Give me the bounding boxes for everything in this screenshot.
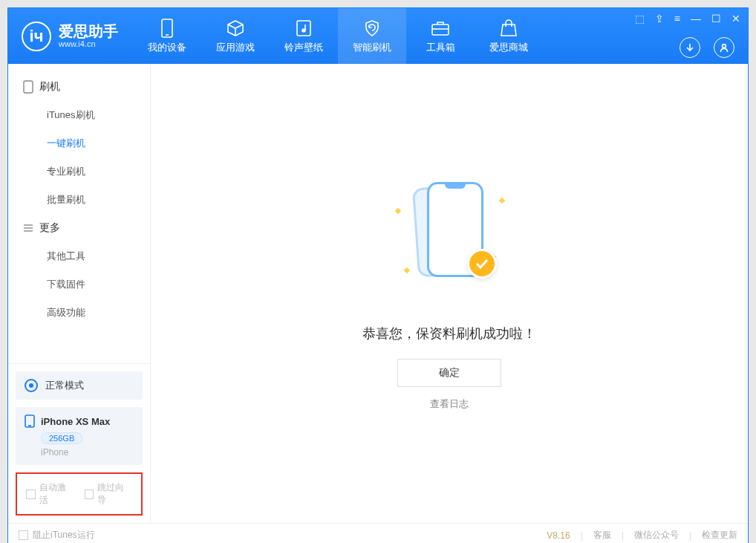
download-button[interactable] — [680, 37, 700, 58]
mode-indicator-icon — [25, 379, 38, 392]
sidebar-item-advanced[interactable]: 高级功能 — [8, 299, 150, 327]
device-tile[interactable]: iPhone XS Max 256GB iPhone — [16, 407, 143, 465]
device-name: iPhone XS Max — [41, 416, 110, 427]
app-logo-icon: iч — [22, 22, 51, 51]
link-check-update[interactable]: 检查更新 — [702, 529, 737, 542]
mode-tile[interactable]: 正常模式 — [16, 371, 143, 400]
header-actions — [680, 37, 734, 58]
success-illustration — [390, 176, 509, 295]
svg-rect-4 — [432, 25, 449, 35]
device-phone-icon — [25, 414, 35, 428]
tab-my-device[interactable]: 我的设备 — [133, 8, 201, 64]
view-log-link[interactable]: 查看日志 — [430, 397, 469, 411]
device-type: iPhone — [41, 447, 134, 458]
statusbar-right: V8.16 | 客服 | 微信公众号 | 检查更新 — [547, 529, 737, 542]
window-controls: ⬚ ⇪ ≡ — ☐ ✕ — [635, 13, 740, 25]
checkbox-icon — [26, 490, 36, 499]
sidebar-item-pro-flash[interactable]: 专业刷机 — [8, 157, 150, 186]
bag-icon — [499, 19, 518, 38]
app-url: www.i4.cn — [59, 39, 118, 48]
sidebar-item-other-tools[interactable]: 其他工具 — [8, 242, 150, 270]
app-window: iч 爱思助手 www.i4.cn 我的设备 应用游戏 铃声壁纸 智能刷机 — [7, 7, 749, 543]
toolbox-icon — [431, 19, 450, 38]
checkbox-icon — [85, 490, 94, 499]
svg-rect-7 — [24, 81, 33, 93]
maximize-button[interactable]: ☐ — [711, 13, 721, 25]
app-title: 爱思助手 — [59, 23, 118, 39]
main-tabs: 我的设备 应用游戏 铃声壁纸 智能刷机 工具箱 爱思商城 — [133, 8, 543, 64]
body: 刷机 iTunes刷机 一键刷机 专业刷机 批量刷机 更多 其他工具 下载固件 … — [8, 64, 748, 523]
checkbox-skip-guide[interactable]: 跳过向导 — [85, 481, 133, 507]
shield-refresh-icon — [362, 19, 382, 38]
sidebar-item-batch-flash[interactable]: 批量刷机 — [8, 186, 150, 214]
statusbar: 阻止iTunes运行 V8.16 | 客服 | 微信公众号 | 检查更新 — [8, 523, 748, 543]
sidebar-section-more: 更多 — [8, 214, 150, 242]
link-support[interactable]: 客服 — [593, 529, 611, 542]
success-message: 恭喜您，保资料刷机成功啦！ — [362, 325, 536, 342]
sidebar-section-flash: 刷机 — [8, 73, 150, 101]
checkbox-icon — [19, 530, 28, 540]
logo-area: iч 爱思助手 www.i4.cn — [8, 22, 133, 51]
tab-toolbox[interactable]: 工具箱 — [406, 8, 475, 64]
checkbox-auto-activate[interactable]: 自动激活 — [26, 481, 74, 507]
link-wechat[interactable]: 微信公众号 — [634, 529, 679, 542]
tab-ringtones-wallpapers[interactable]: 铃声壁纸 — [270, 8, 338, 64]
sidebar-item-itunes-flash[interactable]: iTunes刷机 — [8, 101, 150, 129]
flash-options-highlight: 自动激活 跳过向导 — [16, 472, 143, 516]
minimize-button[interactable]: — — [691, 13, 701, 25]
user-button[interactable] — [714, 37, 734, 58]
shirt-icon[interactable]: ⬚ — [635, 13, 645, 25]
mode-label: 正常模式 — [45, 379, 84, 392]
device-capacity: 256GB — [41, 432, 82, 444]
device-row: iPhone XS Max — [25, 414, 134, 428]
tab-smart-flash[interactable]: 智能刷机 — [338, 8, 406, 64]
lock-icon[interactable]: ⇪ — [655, 13, 664, 25]
sidebar-bottom: 正常模式 iPhone XS Max 256GB iPhone 自动激活 跳过向… — [8, 363, 150, 523]
phone-icon — [157, 19, 177, 38]
main-content: 恭喜您，保资料刷机成功啦！ 确定 查看日志 — [151, 64, 748, 523]
tab-store[interactable]: 爱思商城 — [475, 8, 543, 64]
phone-outline-icon — [23, 80, 33, 94]
svg-point-6 — [723, 45, 726, 48]
tab-apps-games[interactable]: 应用游戏 — [201, 8, 270, 64]
sidebar: 刷机 iTunes刷机 一键刷机 专业刷机 批量刷机 更多 其他工具 下载固件 … — [8, 64, 151, 523]
more-icon — [23, 223, 33, 233]
sidebar-item-oneclick-flash[interactable]: 一键刷机 — [8, 129, 150, 157]
logo-text: 爱思助手 www.i4.cn — [59, 23, 118, 48]
statusbar-left: 阻止iTunes运行 — [19, 529, 95, 542]
checkbox-block-itunes[interactable]: 阻止iTunes运行 — [19, 529, 95, 542]
cube-icon — [226, 19, 245, 38]
svg-rect-2 — [297, 21, 310, 36]
sidebar-scroll: 刷机 iTunes刷机 一键刷机 专业刷机 批量刷机 更多 其他工具 下载固件 … — [8, 64, 150, 363]
close-button[interactable]: ✕ — [731, 13, 740, 25]
menu-icon[interactable]: ≡ — [674, 13, 680, 25]
checkmark-badge-icon — [467, 249, 497, 279]
version-label: V8.16 — [547, 530, 570, 541]
titlebar: iч 爱思助手 www.i4.cn 我的设备 应用游戏 铃声壁纸 智能刷机 — [8, 8, 748, 64]
music-note-icon — [294, 19, 313, 38]
ok-button[interactable]: 确定 — [397, 359, 501, 387]
sidebar-item-download-firmware[interactable]: 下载固件 — [8, 270, 150, 299]
